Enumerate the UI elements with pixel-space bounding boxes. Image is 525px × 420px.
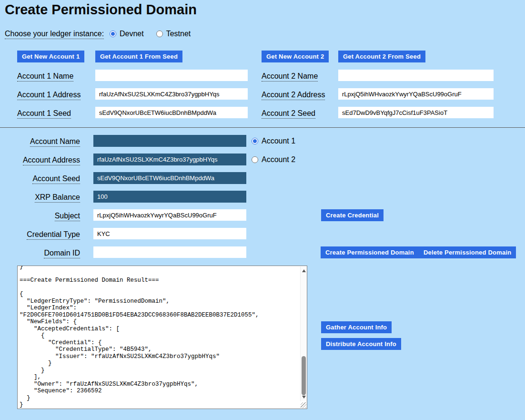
textarea-resize-grip-icon[interactable]	[301, 402, 306, 408]
testnet-radio-label: Testnet	[166, 30, 191, 38]
account1-seed-label: Account 1 Seed	[17, 109, 71, 119]
subject-input[interactable]	[93, 209, 246, 221]
devnet-radio-label: Devnet	[120, 30, 144, 38]
account2-name-label: Account 2 Name	[262, 72, 318, 82]
testnet-radio-icon[interactable]	[156, 31, 163, 37]
domain-id-input[interactable]	[93, 246, 246, 258]
result-output-text: } ===Create Permissioned Domain Result==…	[18, 266, 300, 409]
account1-name-input[interactable]	[95, 70, 248, 81]
account1-address-label: Account 1 Address	[17, 91, 81, 100]
output-scrollbar[interactable]	[300, 266, 306, 401]
gather-account-info-button[interactable]: Gather Account Info	[321, 321, 392, 333]
get-new-account2-button[interactable]: Get New Account 2	[262, 51, 329, 62]
use-account2-option[interactable]: Account 2	[252, 155, 295, 164]
account2-seed-input[interactable]	[338, 107, 494, 118]
page-title: Create Permissioned Domain	[5, 2, 197, 18]
distribute-account-info-button[interactable]: Distribute Account Info	[321, 338, 401, 350]
credential-type-input[interactable]	[93, 228, 246, 239]
account-address-field[interactable]	[93, 154, 246, 165]
scrollbar-down-arrow-icon[interactable]	[301, 394, 307, 400]
use-account1-option[interactable]: Account 1	[252, 137, 295, 145]
xrp-balance-field[interactable]	[93, 191, 246, 203]
ledger-radio-group: Devnet Testnet	[110, 30, 191, 38]
result-output-content: } ===Create Permissioned Domain Result==…	[18, 266, 300, 409]
delete-permissioned-domain-button[interactable]: Delete Permissioned Domain	[419, 246, 516, 258]
account-address-label: Account Address	[10, 156, 80, 165]
result-output-textarea[interactable]: } ===Create Permissioned Domain Result==…	[17, 266, 307, 409]
account-seed-label: Account Seed	[10, 174, 80, 184]
get-account1-from-seed-button[interactable]: Get Account 1 From Seed	[95, 51, 182, 62]
ledger-option-devnet[interactable]: Devnet	[110, 30, 144, 38]
account2-radio-icon[interactable]	[252, 156, 258, 163]
account2-seed-label: Account 2 Seed	[262, 109, 315, 119]
account2-radio-label: Account 2	[262, 155, 295, 164]
account1-name-label: Account 1 Name	[17, 72, 73, 82]
domain-id-label: Domain ID	[10, 249, 80, 258]
ledger-instance-label: Choose your ledger instance:	[5, 30, 104, 39]
scrollbar-up-arrow-icon[interactable]	[301, 267, 307, 274]
create-credential-button[interactable]: Create Credential	[321, 209, 384, 221]
account2-name-input[interactable]	[338, 70, 494, 81]
subject-label: Subject	[10, 212, 80, 221]
devnet-radio-icon[interactable]	[110, 31, 116, 37]
create-permissioned-domain-button[interactable]: Create Permissioned Domain	[321, 246, 419, 258]
create-permissioned-domain-page: Create Permissioned Domain Choose your l…	[0, 0, 525, 420]
ledger-option-testnet[interactable]: Testnet	[156, 30, 191, 38]
account-name-label: Account Name	[10, 137, 80, 147]
section-divider	[0, 127, 525, 128]
ledger-instance-row: Choose your ledger instance:	[5, 30, 104, 39]
account-name-field[interactable]	[93, 135, 246, 147]
scrollbar-thumb[interactable]	[302, 356, 306, 395]
account1-seed-input[interactable]	[95, 107, 248, 118]
account1-radio-label: Account 1	[262, 137, 295, 145]
get-account2-from-seed-button[interactable]: Get Account 2 From Seed	[338, 51, 425, 62]
credential-type-label: Credential Type	[10, 230, 80, 240]
xrp-balance-label: XRP Balance	[10, 193, 80, 203]
account1-radio-icon[interactable]	[252, 138, 258, 144]
account2-address-label: Account 2 Address	[262, 91, 325, 100]
account1-address-input[interactable]	[95, 88, 248, 100]
account-seed-field[interactable]	[93, 172, 246, 184]
get-new-account1-button[interactable]: Get New Account 1	[17, 51, 84, 62]
account2-address-input[interactable]	[338, 88, 494, 100]
